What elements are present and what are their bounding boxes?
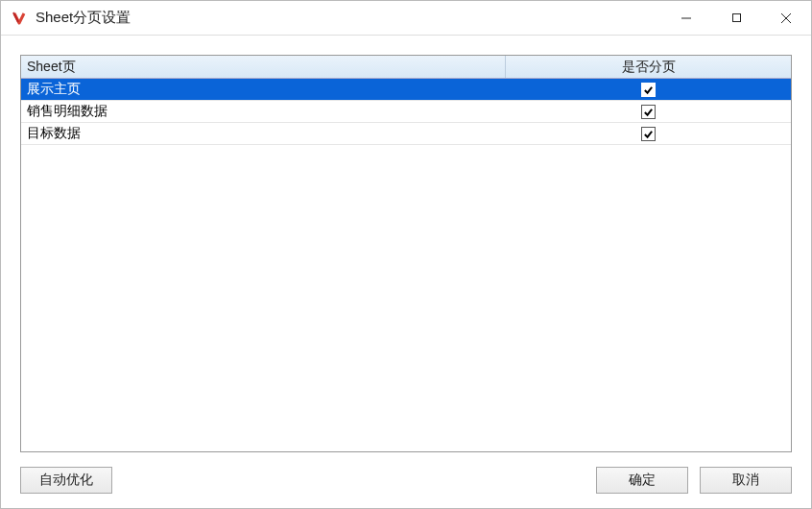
auto-optimize-button[interactable]: 自动优化 [20,467,112,494]
sheet-name-cell: 展示主页 [21,81,506,98]
maximize-button[interactable] [711,1,761,35]
window-title: Sheet分页设置 [36,9,131,27]
grid-body: 展示主页销售明细数据目标数据 [21,79,791,145]
column-header-paging[interactable]: 是否分页 [506,56,791,78]
titlebar: Sheet分页设置 [1,1,811,36]
paging-checkbox[interactable] [641,83,656,97]
table-row[interactable]: 目标数据 [21,123,791,145]
content-area: Sheet页 是否分页 展示主页销售明细数据目标数据 [1,36,811,452]
table-row[interactable]: 销售明细数据 [21,101,791,123]
column-header-sheet[interactable]: Sheet页 [21,56,506,78]
paging-cell [506,127,791,141]
paging-checkbox[interactable] [641,127,656,141]
app-icon [11,10,28,27]
sheet-grid: Sheet页 是否分页 展示主页销售明细数据目标数据 [20,55,792,452]
sheet-name-cell: 目标数据 [21,125,506,142]
close-button[interactable] [761,1,811,35]
window-controls [661,1,811,35]
grid-header: Sheet页 是否分页 [21,56,791,79]
paging-cell [506,105,791,119]
svg-rect-1 [732,14,740,22]
table-row[interactable]: 展示主页 [21,79,791,101]
footer: 自动优化 确定 取消 [1,452,811,508]
sheet-name-cell: 销售明细数据 [21,103,506,120]
ok-button[interactable]: 确定 [596,467,688,494]
cancel-button[interactable]: 取消 [700,467,792,494]
minimize-button[interactable] [661,1,711,35]
paging-cell [506,83,791,97]
paging-checkbox[interactable] [641,105,656,119]
